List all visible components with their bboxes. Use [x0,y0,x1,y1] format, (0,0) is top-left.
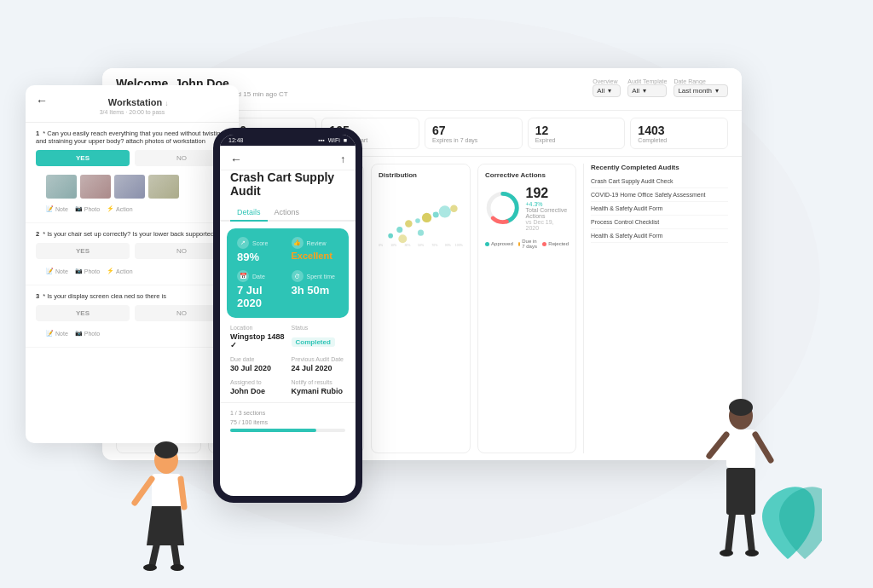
svg-point-28 [450,205,457,212]
photo-thumb[interactable] [80,175,111,199]
progress-bar-fill [230,429,316,432]
date-range-filter[interactable]: Date Range Last month ▾ [674,78,728,97]
date-item: 📅 Date 7 Jul 2020 [237,270,285,309]
review-item: 👍 Review Excellent [292,237,339,263]
svg-text:50%: 50% [418,244,424,247]
action-buttons: 📝 Note 📷 Photo ⚡ Action [36,202,228,216]
question-1: 1 * Can you easily reach everything that… [26,123,239,223]
audit-template-filter[interactable]: Audit Template All ▾ [627,78,667,97]
svg-line-57 [728,514,732,552]
status-badge: Completed [292,337,335,347]
note-action[interactable]: 📝 Note [46,205,68,212]
svg-text:90%: 90% [445,244,451,247]
status-field: Status Completed [292,325,346,349]
svg-point-22 [396,227,402,233]
svg-point-21 [388,233,393,239]
due-date-field: Due date 30 Jul 2020 [230,356,285,372]
back-button[interactable]: ← [36,94,48,107]
action-action[interactable]: ⚡ Action [107,205,132,212]
photo-thumb[interactable] [46,175,77,199]
svg-text:10%: 10% [390,244,396,247]
phone-tabs: Details Actions [220,205,356,222]
chart-legend: Approved Due in 7 days Rejected [485,239,569,249]
tab-actions[interactable]: Actions [268,205,307,220]
signal-icon: ▪▪▪ [318,137,324,143]
date-value: 7 Jul 2020 [237,284,285,309]
header-filters: Overview All ▾ Audit Template All ▾ [593,78,728,97]
svg-line-55 [709,435,726,456]
phone-info-section: Location Wingstop 1488 ✓ Status Complete… [220,325,356,395]
corrective-actions-panel: Corrective Actions 192 +4.3% Total Corre… [477,164,576,453]
workstation-subtitle: 3/4 Items · 20:00 to pass [36,109,228,115]
svg-text:30%: 30% [404,244,410,247]
wifi-icon: WiFi [328,137,340,143]
phone-audit-title: Crash Cart Supply Audit [220,170,356,205]
prev-audit-field: Previous Audit Date 24 Jul 2020 [292,356,346,372]
calendar-icon: 📅 [237,270,249,282]
recent-audit-item[interactable]: COVID-19 Home Office Safety Assessment [591,188,728,202]
phone-nav: ← ↑ [220,146,356,170]
progress-bar [230,429,345,432]
yes-button[interactable]: YES [36,305,130,321]
workstation-panel: ← Workstation ↓ 3/4 Items · 20:00 to pas… [26,85,239,443]
recent-audit-item[interactable]: Health & Safety Audit Form [591,202,728,216]
score-item: ↗ Score 89% [237,237,285,263]
svg-point-23 [405,220,412,227]
svg-rect-54 [726,468,755,515]
svg-rect-53 [726,429,755,468]
photo-action[interactable]: 📷 Photo [75,330,100,337]
action-action[interactable]: ⚡ Action [107,268,132,274]
photo-thumb[interactable] [114,175,145,199]
yes-button[interactable]: YES [36,150,130,166]
overview-select[interactable]: All ▾ [593,84,621,97]
time-value: 3h 50m [292,284,339,297]
chevron-down-icon: ▾ [715,87,719,95]
svg-point-25 [422,213,431,222]
phone-back-button[interactable]: ← [230,153,242,166]
chevron-down-icon: ▾ [643,87,646,95]
chevron-down-icon: ▾ [608,87,611,95]
overview-filter[interactable]: Overview All ▾ [593,78,621,97]
recent-audit-item[interactable]: Crash Cart Supply Audit Check [591,175,728,188]
photo-action[interactable]: 📷 Photo [75,205,100,212]
phone-time: 12:48 [228,137,244,143]
scatter-chart-panel: Distribution 0% 10% 30% [371,164,471,453]
audit-progress: 1 / 3 sections 75 / 100 items [220,402,356,439]
location-field: Location Wingstop 1488 ✓ [230,325,285,349]
svg-line-58 [748,514,752,552]
svg-point-30 [418,230,424,236]
svg-point-49 [143,564,157,571]
svg-text:100%: 100% [455,244,463,247]
review-value: Excellent [292,251,339,261]
recent-audit-item[interactable]: Process Control Checklist [591,216,728,229]
recent-audit-item[interactable]: Health & Safety Audit Form [591,229,728,243]
photo-thumb[interactable] [148,175,179,199]
photo-action[interactable]: 📷 Photo [75,268,100,274]
svg-marker-44 [147,506,184,545]
date-range-select[interactable]: Last month ▾ [674,84,728,97]
stat-expired: 12 Expired [528,118,626,149]
svg-line-47 [152,544,157,567]
svg-point-27 [439,205,451,217]
note-action[interactable]: 📝 Note [46,330,68,337]
svg-line-56 [755,435,771,460]
stat-expires: 67 Expires in 7 days [425,118,523,149]
yes-button[interactable]: YES [36,243,130,259]
trending-icon: ↗ [237,237,249,249]
phone-share-button[interactable]: ↑ [340,153,345,165]
audit-template-select[interactable]: All ▾ [627,84,667,97]
figure-left [119,418,213,571]
svg-line-45 [135,479,152,503]
tab-details[interactable]: Details [230,205,268,222]
question-3: 3 * Is your display screen clea ned so t… [26,285,239,348]
svg-point-52 [729,399,753,416]
svg-point-29 [398,234,407,243]
question-2: 2 * Is your chair set up correctly? Is y… [26,223,239,285]
svg-text:0%: 0% [379,244,383,247]
note-action[interactable]: 📝 Note [46,268,68,274]
svg-point-60 [745,550,759,556]
timer-icon: ⏱ [292,270,304,282]
workstation-header: ← Workstation ↓ 3/4 Items · 20:00 to pas… [26,85,239,123]
workstation-title: Workstation ↓ [108,97,168,107]
stat-completed: 1403 Completed [630,118,728,149]
